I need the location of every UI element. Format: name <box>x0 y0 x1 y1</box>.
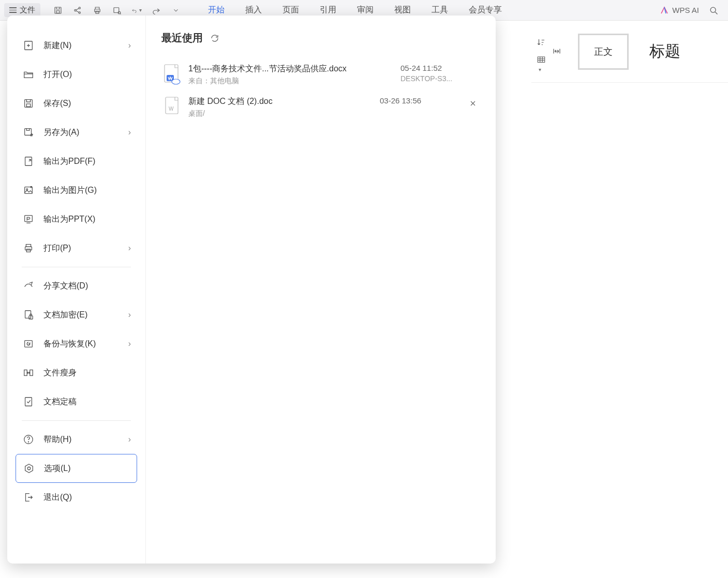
divider <box>22 420 131 421</box>
recent-file-row[interactable]: W 新建 DOC 文档 (2).doc 桌面/ 03-26 13:56 <box>161 91 480 124</box>
tab-label: 审阅 <box>357 5 374 14</box>
share-doc-icon <box>22 279 35 293</box>
tab-label: 开始 <box>208 5 225 14</box>
remove-recent-button[interactable] <box>468 98 478 109</box>
file-name: 新建 DOC 文档 (2).doc <box>188 96 380 107</box>
wps-ai-button[interactable]: WPS AI <box>660 6 699 15</box>
sidebar-item-encrypt[interactable]: 文档加密(E) › <box>16 300 137 329</box>
tab-label: 引用 <box>320 5 336 14</box>
svg-marker-29 <box>25 464 33 473</box>
more-dropdown-icon[interactable] <box>171 5 181 16</box>
style-label: 正文 <box>594 47 613 57</box>
export-image-icon <box>22 184 35 197</box>
tab-label: 页面 <box>283 5 299 14</box>
sidebar-item-help[interactable]: 帮助(H) › <box>16 425 137 454</box>
svg-rect-0 <box>55 7 61 13</box>
print-icon <box>22 241 35 255</box>
table-icon[interactable]: ▾ <box>537 55 547 66</box>
export-ppt-icon <box>22 212 35 226</box>
sidebar-item-open[interactable]: 打开(O) <box>16 60 137 89</box>
sidebar-item-backup[interactable]: 备份与恢复(K) › <box>16 329 137 358</box>
tab-label: 视图 <box>394 5 411 14</box>
search-icon[interactable] <box>708 5 719 16</box>
chevron-right-icon: › <box>128 435 131 444</box>
sidebar-item-label: 输出为PPT(X) <box>43 214 95 225</box>
svg-rect-14 <box>25 129 32 135</box>
docx-cloud-icon <box>164 64 181 85</box>
sidebar-item-save[interactable]: 保存(S) <box>16 89 137 118</box>
svg-rect-12 <box>25 100 33 108</box>
backup-icon <box>22 337 35 351</box>
sidebar-item-label: 退出(Q) <box>43 492 72 503</box>
new-icon <box>22 39 35 52</box>
hamburger-icon <box>9 7 17 13</box>
file-time-value: 05-24 11:52 <box>400 64 478 72</box>
sidebar-item-new[interactable]: 新建(N) › <box>16 31 137 60</box>
file-menu-sidebar: 新建(N) › 打开(O) 保存(S) 另存为(A) › 输出为PDF(F) 输… <box>7 16 146 564</box>
recent-file-row[interactable]: 1包----商务技术文件...节活动奖品供应.docx 来自：其他电脑 05-2… <box>161 58 480 91</box>
sidebar-item-export-image[interactable]: 输出为图片(G) <box>16 176 137 205</box>
sidebar-item-label: 备份与恢复(K) <box>43 339 96 349</box>
save-icon <box>22 97 35 110</box>
svg-rect-13 <box>26 104 30 107</box>
file-time-value: 03-26 13:56 <box>380 96 457 105</box>
saveas-icon <box>22 126 35 139</box>
file-time: 05-24 11:52 DESKTOP-S3... <box>400 64 478 83</box>
file-info: 新建 DOC 文档 (2).doc 桌面/ <box>188 96 380 118</box>
finalize-icon <box>22 395 35 408</box>
svg-rect-6 <box>96 11 99 13</box>
sidebar-item-slim[interactable]: 文件瘦身 <box>16 358 137 387</box>
expand-corner-icon[interactable]: ⌵ <box>556 48 559 55</box>
style-heading-button[interactable]: 标题 <box>649 41 680 62</box>
sidebar-item-label: 文档加密(E) <box>43 310 87 321</box>
chevron-right-icon: › <box>128 339 131 348</box>
file-meta: 来自：其他电脑 <box>188 77 400 86</box>
save-icon[interactable] <box>53 5 63 16</box>
redo-icon[interactable] <box>151 5 161 16</box>
sidebar-item-label: 文档定稿 <box>43 397 77 407</box>
topbar-right-tools: WPS AI <box>660 5 728 16</box>
svg-point-33 <box>172 79 180 84</box>
ribbon-styles-area: ▾ ⌵ 正文 标题 <box>531 21 728 83</box>
sidebar-item-label: 新建(N) <box>43 40 71 51</box>
chevron-right-icon: › <box>128 310 131 320</box>
recent-files-heading: 最近使用 <box>161 31 480 45</box>
file-time-sub: DESKTOP-S3... <box>400 74 478 83</box>
print-icon[interactable] <box>92 5 102 16</box>
sidebar-item-share[interactable]: 分享文档(D) <box>16 271 137 300</box>
sidebar-item-saveas[interactable]: 另存为(A) › <box>16 118 137 147</box>
ribbon-icon-column: ▾ <box>537 38 547 66</box>
style-normal-button[interactable]: 正文 <box>578 34 629 70</box>
heading-label: 标题 <box>649 42 680 59</box>
svg-rect-26 <box>25 398 32 406</box>
sidebar-item-export-ppt[interactable]: 输出为PPT(X) <box>16 205 137 234</box>
sidebar-item-print[interactable]: 打印(P) › <box>16 234 137 263</box>
file-info: 1包----商务技术文件...节活动奖品供应.docx 来自：其他电脑 <box>188 64 400 86</box>
sidebar-item-finalize[interactable]: 文档定稿 <box>16 387 137 416</box>
file-slim-icon <box>22 366 35 379</box>
share-icon[interactable] <box>72 5 83 16</box>
sidebar-item-options[interactable]: 选项(L) <box>16 454 137 483</box>
svg-rect-10 <box>538 57 545 63</box>
sort-icon[interactable] <box>537 38 547 48</box>
sidebar-item-export-pdf[interactable]: 输出为PDF(F) <box>16 147 137 176</box>
svg-rect-1 <box>56 10 60 13</box>
sidebar-item-exit[interactable]: 退出(Q) <box>16 483 137 512</box>
file-menu-button[interactable]: 文件 <box>4 3 40 17</box>
options-icon <box>22 462 36 475</box>
tab-label: 插入 <box>245 5 262 14</box>
svg-rect-19 <box>25 247 32 250</box>
sidebar-item-label: 打印(P) <box>43 243 71 254</box>
sidebar-item-label: 另存为(A) <box>43 127 79 138</box>
refresh-button[interactable] <box>209 33 220 44</box>
tab-label: 会员专享 <box>469 5 502 14</box>
svg-rect-20 <box>26 249 30 252</box>
sidebar-item-label: 输出为PDF(F) <box>43 156 95 167</box>
lock-doc-icon <box>22 308 35 322</box>
undo-icon[interactable]: ▾ <box>131 5 142 16</box>
svg-rect-5 <box>95 9 100 11</box>
print-preview-icon[interactable] <box>112 5 122 16</box>
exit-icon <box>22 491 35 504</box>
recent-file-list: 1包----商务技术文件...节活动奖品供应.docx 来自：其他电脑 05-2… <box>161 58 480 124</box>
wps-ai-icon <box>660 6 669 15</box>
